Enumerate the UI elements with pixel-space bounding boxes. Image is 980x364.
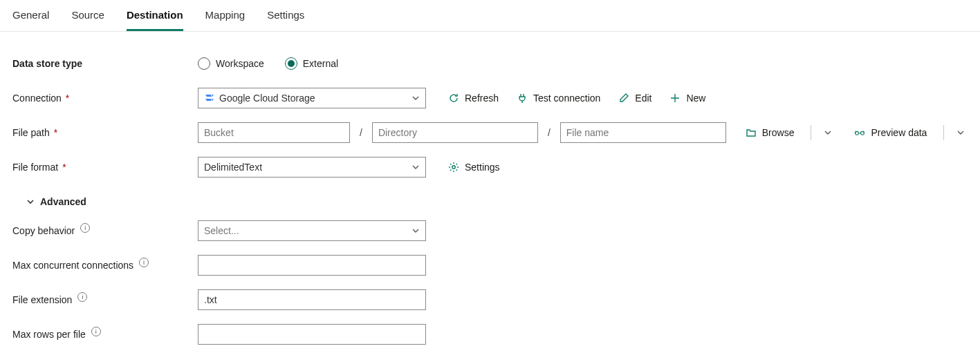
file-format-value: DelimitedText — [204, 162, 406, 173]
refresh-label: Refresh — [465, 93, 499, 104]
label-copy-behavior: Copy behavior i — [12, 225, 198, 236]
preview-data-button[interactable]: Preview data — [849, 122, 932, 143]
connection-select[interactable]: Google Cloud Storage — [198, 88, 426, 108]
browse-label: Browse — [762, 127, 795, 138]
tab-source[interactable]: Source — [71, 0, 104, 31]
info-icon[interactable]: i — [77, 292, 87, 302]
refresh-button[interactable]: Refresh — [443, 88, 504, 108]
plug-icon — [517, 93, 528, 104]
test-connection-button[interactable]: Test connection — [511, 88, 606, 108]
info-icon[interactable]: i — [91, 327, 101, 336]
folder-icon — [746, 127, 757, 138]
radio-workspace-label: Workspace — [216, 58, 264, 69]
label-file-extension: File extension i — [12, 294, 198, 305]
label-data-store-type: Data store type — [12, 58, 198, 69]
refresh-icon — [448, 93, 459, 104]
radio-external[interactable]: External — [285, 57, 338, 70]
file-format-select[interactable]: DelimitedText — [198, 157, 426, 178]
preview-dropdown[interactable] — [943, 125, 965, 140]
label-file-path: File path* — [12, 127, 198, 138]
filename-input[interactable] — [560, 122, 726, 143]
copy-behavior-placeholder: Select... — [204, 225, 406, 236]
label-file-format: File format* — [12, 162, 198, 173]
advanced-label: Advanced — [40, 196, 86, 207]
tabs-bar: General Source Destination Mapping Setti… — [0, 0, 980, 32]
info-icon[interactable]: i — [80, 223, 90, 233]
glasses-icon — [854, 127, 865, 138]
advanced-toggle[interactable]: Advanced — [21, 196, 86, 207]
label-max-rows: Max rows per file i — [12, 329, 198, 340]
path-separator: / — [357, 127, 365, 138]
tab-general[interactable]: General — [12, 0, 49, 31]
tab-mapping[interactable]: Mapping — [205, 0, 246, 31]
plus-icon — [669, 93, 681, 104]
format-settings-button[interactable]: Settings — [443, 157, 506, 178]
chevron-down-icon — [412, 163, 420, 171]
gear-icon — [448, 162, 459, 173]
radio-circle-icon — [198, 57, 210, 70]
destination-form: Data store type Workspace External Conne… — [0, 32, 980, 364]
edit-label: Edit — [635, 93, 651, 104]
preview-data-label: Preview data — [871, 127, 927, 138]
file-extension-input[interactable] — [198, 289, 426, 310]
radio-external-label: External — [303, 58, 338, 69]
browse-button[interactable]: Browse — [740, 122, 800, 143]
test-connection-label: Test connection — [533, 93, 600, 104]
browse-dropdown[interactable] — [811, 125, 832, 140]
svg-point-0 — [211, 95, 212, 97]
max-rows-input[interactable] — [198, 324, 426, 345]
tab-settings[interactable]: Settings — [267, 0, 304, 31]
connection-value: Google Cloud Storage — [219, 93, 406, 104]
radio-workspace[interactable]: Workspace — [198, 57, 264, 70]
chevron-down-icon — [412, 94, 420, 102]
chevron-down-icon — [956, 128, 965, 137]
new-button[interactable]: New — [664, 88, 711, 108]
edit-button[interactable]: Edit — [613, 88, 657, 108]
label-max-concurrent: Max concurrent connections i — [12, 260, 198, 271]
pencil-icon — [618, 93, 629, 104]
radio-circle-checked-icon — [285, 57, 297, 70]
chevron-down-icon — [26, 198, 35, 206]
chevron-down-icon — [412, 227, 420, 235]
max-concurrent-input[interactable] — [198, 255, 426, 276]
new-label: New — [686, 93, 705, 104]
svg-point-1 — [211, 99, 212, 101]
copy-behavior-select[interactable]: Select... — [198, 220, 426, 241]
label-connection: Connection* — [12, 93, 198, 104]
gcs-icon — [204, 93, 215, 104]
bucket-input[interactable] — [198, 122, 350, 143]
chevron-down-icon — [824, 128, 832, 137]
path-separator: / — [545, 127, 553, 138]
tab-destination[interactable]: Destination — [127, 0, 183, 31]
directory-input[interactable] — [372, 122, 538, 143]
info-icon[interactable]: i — [139, 258, 149, 267]
format-settings-label: Settings — [465, 162, 500, 173]
svg-point-4 — [452, 166, 455, 169]
